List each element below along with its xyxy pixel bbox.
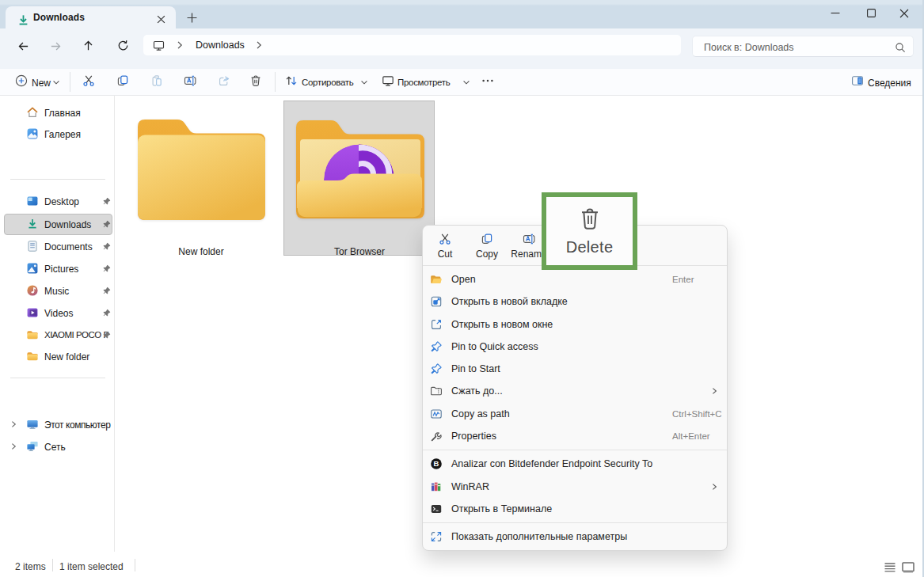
svg-text:B: B (434, 460, 439, 469)
